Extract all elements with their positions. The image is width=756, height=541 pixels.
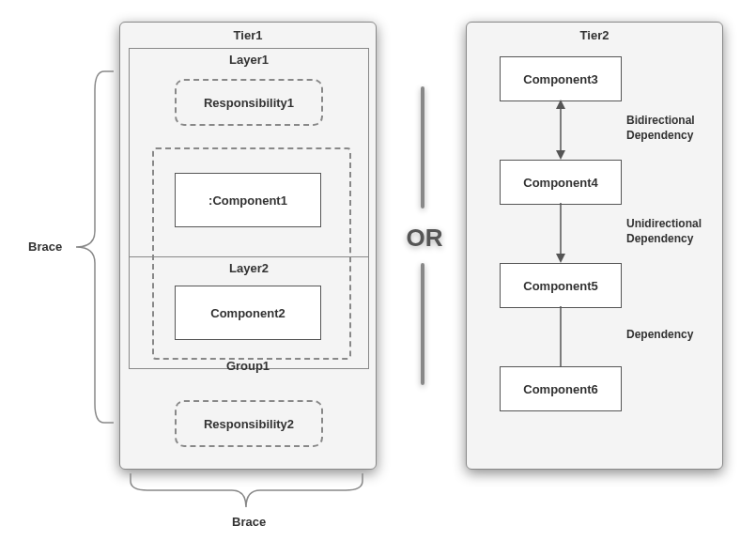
svg-marker-4 <box>556 254 565 263</box>
or-bar-bottom <box>421 263 424 385</box>
responsibility2-box: Responsibility2 <box>175 400 323 447</box>
responsibility1-label: Responsibility1 <box>204 96 294 110</box>
or-label: OR <box>406 224 443 253</box>
svg-marker-1 <box>556 100 565 109</box>
tier1-title: Tier1 <box>120 23 376 44</box>
unidirectional-dep-label: Unidirectional Dependency <box>626 217 702 246</box>
brace-bottom-label: Brace <box>232 515 266 529</box>
layer1-title: Layer1 <box>130 49 368 70</box>
component3-box: Component3 <box>500 56 622 101</box>
brace-left-label: Brace <box>28 240 62 254</box>
component5-label: Component5 <box>523 279 597 293</box>
tier1-container: Tier1 Layer1 Layer2 Group1 Responsibilit… <box>119 22 377 470</box>
tier2-title: Tier2 <box>467 23 722 44</box>
component6-label: Component6 <box>523 382 597 396</box>
brace-bottom-icon <box>131 473 363 511</box>
component5-box: Component5 <box>500 263 622 308</box>
or-bar-top <box>421 86 424 209</box>
component2-label: Component2 <box>210 306 285 320</box>
component6-box: Component6 <box>500 366 622 411</box>
component1-label: :Component1 <box>208 193 287 208</box>
component4-label: Component4 <box>523 176 597 190</box>
component3-label: Component3 <box>523 72 597 86</box>
responsibility1-box: Responsibility1 <box>175 79 323 126</box>
svg-marker-2 <box>556 150 565 160</box>
brace-left-icon <box>76 71 117 423</box>
bidirectional-arrow-icon <box>556 100 565 160</box>
component2-box: Component2 <box>175 286 321 340</box>
plain-dep-label: Dependency <box>626 328 693 343</box>
unidirectional-dep-line2: Dependency <box>626 232 693 245</box>
unidirectional-arrow-icon <box>556 203 565 263</box>
bidirectional-dep-line2: Dependency <box>626 129 693 142</box>
bidirectional-dep-line1: Bidirectional <box>626 114 695 127</box>
component1-box: :Component1 <box>175 173 321 227</box>
component4-box: Component4 <box>500 160 622 205</box>
group1-label: Group1 <box>120 359 376 373</box>
unidirectional-dep-line1: Unidirectional <box>626 217 702 230</box>
bidirectional-dep-label: Bidirectional Dependency <box>626 114 695 143</box>
tier2-container: Tier2 Component3 Bidirectional Dependenc… <box>466 22 723 470</box>
plain-line-icon <box>556 306 565 366</box>
responsibility2-label: Responsibility2 <box>204 417 294 431</box>
